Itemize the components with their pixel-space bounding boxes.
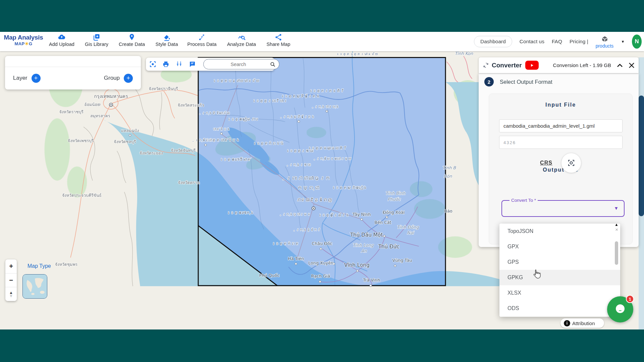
map-label: อ้อมน้อย xyxy=(85,102,100,107)
map-label: Trà Vinh xyxy=(363,278,380,283)
products-label: products xyxy=(596,43,614,49)
map-label: จังหวัดจันทบุรี xyxy=(171,148,196,153)
menu-label: Create Data xyxy=(116,42,148,47)
input-filename-field[interactable] xyxy=(499,119,623,132)
map-label: Châu Đốc xyxy=(312,241,332,246)
town-marker xyxy=(370,285,372,287)
avatar[interactable]: N xyxy=(632,35,642,49)
navbar: Map Analysis MAP☀G Add Upload Gis Librar… xyxy=(0,32,644,51)
chat-widget-button[interactable]: 1 xyxy=(607,296,633,322)
group-control: Group + xyxy=(104,74,133,83)
search-input[interactable] xyxy=(207,62,270,67)
map-label: จังหวัดตราด xyxy=(178,180,200,185)
zoom-in-button[interactable]: + xyxy=(5,259,17,274)
town-marker xyxy=(298,120,300,122)
option-ods[interactable]: ODS xyxy=(499,301,620,316)
close-icon[interactable] xyxy=(629,62,635,68)
step-number-badge: 2 xyxy=(484,77,494,86)
menu-gis-library[interactable]: Gis Library xyxy=(80,33,113,47)
map-label: ខេត្តព្រៃវែង xyxy=(320,213,350,218)
menu-create-data[interactable]: Create Data xyxy=(116,33,148,47)
convert-to-select[interactable]: Convert To * ▼ xyxy=(501,200,625,217)
map-label: កម្ពុជា xyxy=(297,185,320,191)
map-label: Tỉnh Đồng xyxy=(397,225,419,230)
logo-mapog: MAP☀G xyxy=(3,41,44,46)
option-gpx[interactable]: GPX xyxy=(499,239,620,254)
collapse-icon[interactable] xyxy=(616,63,623,68)
hand-cursor-icon xyxy=(533,269,541,280)
map-label: រាជធានីភ្នំពេញ xyxy=(296,197,332,202)
map-label: បាត់ដំបង xyxy=(213,127,230,131)
map-label: ខេត្តមណ្ឌលគិរី xyxy=(309,146,347,150)
option-gps[interactable]: GPS xyxy=(499,254,620,270)
nav-link-pricing[interactable]: Pricing | xyxy=(570,39,588,45)
measure-icon[interactable] xyxy=(175,61,183,68)
menu-style-data[interactable]: Style Data xyxy=(151,33,183,47)
crs-picker-button[interactable] xyxy=(561,153,581,173)
map-label: ក្រុងសែនមនោរម្យ xyxy=(314,157,352,161)
search-icon[interactable] xyxy=(270,61,276,67)
map-toolbar xyxy=(146,58,274,71)
chat-notification-badge: 1 xyxy=(626,295,634,303)
convert-to-label: Convert To * xyxy=(509,198,538,203)
town-marker xyxy=(220,133,222,135)
page-scrollbar[interactable] xyxy=(639,57,644,329)
map-label: ខេត្តពោធិ៍សាត់ xyxy=(221,157,251,162)
map-label: แหลมฉบัง xyxy=(121,128,139,133)
navbar-right: Dashboard Contact us FAQ Pricing | produ… xyxy=(474,32,642,51)
map-type-label: Map Type xyxy=(21,263,58,269)
option-xlsx[interactable]: XLSX xyxy=(499,285,620,301)
option-gpkg[interactable]: GPKG xyxy=(499,270,620,285)
map-label: Bảo xyxy=(444,208,452,214)
menu-label: Add Upload xyxy=(46,42,78,47)
sync-icon[interactable] xyxy=(483,62,489,68)
menu-analyze-data[interactable]: Analyze Data xyxy=(225,33,258,47)
map-label: ខេត្តព្រះវិហារ xyxy=(254,99,287,103)
app-title: Map Analysis xyxy=(3,34,44,41)
map-label: Tình B xyxy=(442,165,456,170)
dropdown-scrollbar-thumb[interactable] xyxy=(615,241,618,265)
map-label: สมุทรสาคร xyxy=(90,114,110,119)
map-label: Vũng Tàu xyxy=(392,258,412,263)
attribution-button[interactable]: i Attribution xyxy=(560,318,604,328)
youtube-icon[interactable] xyxy=(525,61,539,70)
nav-link-contact-us[interactable]: Contact us xyxy=(520,39,544,45)
map-label: จังหวัดประจวบคีรีขันธ์ xyxy=(62,193,102,198)
page-scrollbar-thumb[interactable] xyxy=(639,96,644,216)
nav-link-faq[interactable]: FAQ xyxy=(552,39,562,45)
map-type-thumbnail[interactable] xyxy=(22,274,47,299)
search-box[interactable] xyxy=(203,59,279,69)
crs-link[interactable]: CRS xyxy=(540,160,552,166)
add-group-button[interactable]: + xyxy=(124,74,133,83)
chevron-down-icon[interactable]: ▼ xyxy=(621,40,625,44)
menu-label: Analyze Data xyxy=(225,42,258,47)
map-label: ក្រុងដូនកែវ xyxy=(294,228,321,232)
print-icon[interactable] xyxy=(162,61,169,68)
center-focus-icon[interactable] xyxy=(149,61,156,68)
map-label: An xyxy=(361,248,367,253)
feedback-icon[interactable] xyxy=(189,61,196,68)
map-label: ក្រុងបានលុង xyxy=(312,105,339,109)
menu-process-data[interactable]: Process Data xyxy=(186,33,218,47)
dashboard-button[interactable]: Dashboard xyxy=(474,36,512,47)
zoom-out-button[interactable]: − xyxy=(5,274,17,288)
converter-panel: 2 Select Output Format Input File CRS Ou… xyxy=(479,73,639,247)
map-label: Tỉnh Kon xyxy=(455,51,474,56)
info-icon: i xyxy=(564,320,570,326)
map-label: จังหวัดราชบุรี xyxy=(59,110,84,115)
dropdown-close-icon[interactable]: × xyxy=(615,227,618,232)
menu-share-map[interactable]: Share Map xyxy=(262,33,294,47)
layer-panel-header xyxy=(5,56,141,67)
menu-label: Process Data xyxy=(186,42,218,47)
layer-label: Layer xyxy=(13,75,28,81)
option-topojson[interactable]: TopoJSON xyxy=(499,224,620,239)
map-label: ខេត្តស្វាយរៀង xyxy=(333,185,367,190)
products-menu[interactable]: products xyxy=(596,36,614,49)
tilt-control[interactable]: ▲▼ xyxy=(5,287,17,301)
menu-add-upload[interactable]: Add Upload xyxy=(46,33,78,47)
epsg-field[interactable] xyxy=(499,136,623,149)
menu-label: Gis Library xyxy=(80,42,113,47)
add-layer-button[interactable]: + xyxy=(32,74,41,83)
app-logo[interactable]: Map Analysis MAP☀G xyxy=(3,34,44,46)
map-label: จังหวัดปราจีนบุรี xyxy=(149,86,178,92)
